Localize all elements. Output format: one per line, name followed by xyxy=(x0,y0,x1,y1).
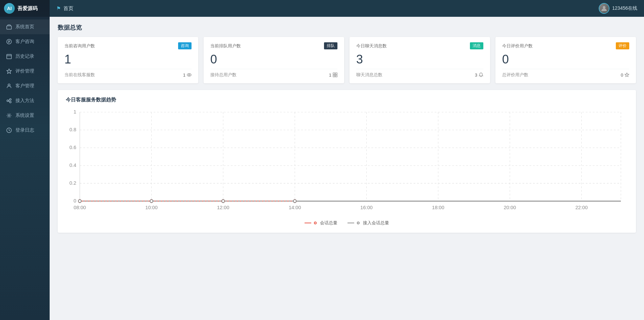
breadcrumb: ⚑ 首页 xyxy=(56,5,73,12)
svg-point-56 xyxy=(293,199,296,202)
avatar-img xyxy=(599,4,609,13)
legend-label-total: 会话总量 xyxy=(320,220,337,226)
stat-footer-value-reviews: 0 xyxy=(621,73,629,78)
svg-point-12 xyxy=(603,6,605,9)
stat-value-consulting: 1 xyxy=(64,53,192,65)
stat-card-reviews: 今日评价用户数 评价 0 总评价用户数 0 xyxy=(495,37,636,83)
svg-text:16:00: 16:00 xyxy=(360,204,373,210)
stat-badge-queue: 排队 xyxy=(324,42,337,49)
stat-label-queue: 当前排队用户数 xyxy=(210,43,241,49)
svg-text:0.8: 0.8 xyxy=(69,127,76,132)
stat-footer-queue: 接待总用户数 1 xyxy=(210,69,337,78)
sidebar-label-login-log: 登录日志 xyxy=(15,127,34,133)
sidebar: AI 吾爱源码 系统首页 客户咨询 xyxy=(0,0,50,320)
star-icon xyxy=(6,68,12,74)
content-area: 数据总览 当前咨询用户数 咨询 1 当前在线客服数 1 xyxy=(50,17,644,320)
stat-card-consulting: 当前咨询用户数 咨询 1 当前在线客服数 1 xyxy=(58,37,198,83)
stat-card-header-messages: 今日聊天消息数 消息 xyxy=(356,42,483,49)
stat-footer-consulting: 当前在线客服数 1 xyxy=(64,69,192,78)
stat-value-messages: 3 xyxy=(356,53,483,65)
sidebar-item-history[interactable]: 历史记录 xyxy=(0,49,50,64)
stat-value-queue: 0 xyxy=(210,53,337,65)
stat-footer-value-queue: 1 xyxy=(329,73,337,78)
stat-card-queue: 当前排队用户数 排队 0 接待总用户数 1 xyxy=(204,37,344,83)
sidebar-item-customer-mgmt[interactable]: 客户管理 xyxy=(0,79,50,93)
stat-card-messages: 今日聊天消息数 消息 3 聊天消息总数 3 xyxy=(350,37,490,83)
breadcrumb-icon: ⚑ xyxy=(56,5,61,11)
avatar xyxy=(599,3,609,14)
svg-text:20:00: 20:00 xyxy=(504,204,516,210)
svg-text:0: 0 xyxy=(73,198,76,203)
topbar: ⚑ 首页 123456在线 xyxy=(50,0,644,17)
legend-label-access: 接入会话总量 xyxy=(363,220,389,226)
stat-footer-reviews: 总评价用户数 0 xyxy=(502,69,629,78)
legend-dot-red xyxy=(314,222,317,224)
svg-rect-0 xyxy=(7,26,11,29)
home-icon xyxy=(6,24,12,30)
stat-label-consulting: 当前咨询用户数 xyxy=(64,43,95,49)
svg-marker-19 xyxy=(625,73,629,77)
svg-point-14 xyxy=(189,74,190,76)
bell-icon xyxy=(479,73,483,77)
sidebar-item-system-settings[interactable]: 系统设置 xyxy=(0,108,50,123)
stat-label-reviews: 今日评价用户数 xyxy=(502,43,533,49)
sidebar-item-review[interactable]: 评价管理 xyxy=(0,64,50,79)
stat-footer-label-queue: 接待总用户数 xyxy=(210,72,236,78)
sidebar-label-system-home: 系统首页 xyxy=(15,24,34,30)
sidebar-item-login-log[interactable]: 登录日志 xyxy=(0,123,50,138)
sidebar-label-customer-service: 客户咨询 xyxy=(15,39,34,45)
stat-badge-messages: 消息 xyxy=(470,42,483,49)
sidebar-label-system-settings: 系统设置 xyxy=(15,112,34,119)
svg-point-10 xyxy=(8,115,10,117)
svg-rect-17 xyxy=(333,75,335,77)
svg-point-13 xyxy=(187,74,191,76)
stat-footer-value-messages: 3 xyxy=(475,73,483,78)
chart-title: 今日客服服务数据趋势 xyxy=(66,97,628,103)
stat-label-messages: 今日聊天消息数 xyxy=(356,43,387,49)
link-icon xyxy=(6,98,12,104)
stat-footer-label-consulting: 当前在线客服数 xyxy=(64,72,95,78)
person-icon xyxy=(6,83,12,89)
svg-point-53 xyxy=(78,199,81,202)
username-label: 123456在线 xyxy=(612,5,637,11)
sidebar-logo: AI 吾爱源码 xyxy=(0,0,50,17)
svg-line-8 xyxy=(8,100,10,100)
legend-item-access: 接入会话总量 xyxy=(347,220,389,226)
logo-initials: AI xyxy=(7,6,12,11)
chart-legend: 会话总量 接入会话总量 xyxy=(66,220,628,226)
sidebar-label-access-method: 接入方法 xyxy=(15,98,34,104)
svg-rect-18 xyxy=(335,75,337,77)
clock-icon xyxy=(6,127,12,133)
eye-icon xyxy=(187,73,192,77)
svg-point-54 xyxy=(150,199,153,202)
svg-rect-2 xyxy=(7,54,11,59)
svg-text:14:00: 14:00 xyxy=(289,204,301,210)
logo-avatar: AI xyxy=(4,3,15,14)
svg-text:18:00: 18:00 xyxy=(432,204,444,210)
svg-line-9 xyxy=(8,101,10,102)
data-overview-section: 数据总览 当前咨询用户数 咨询 1 当前在线客服数 1 xyxy=(58,24,636,83)
calendar-icon xyxy=(6,53,12,59)
topbar-right: 123456在线 xyxy=(599,3,637,14)
sidebar-item-access-method[interactable]: 接入方法 xyxy=(0,93,50,108)
star-small-icon xyxy=(625,73,629,77)
svg-text:12:00: 12:00 xyxy=(217,204,229,210)
svg-rect-15 xyxy=(333,73,335,75)
svg-text:10:00: 10:00 xyxy=(145,204,158,210)
svg-text:1: 1 xyxy=(73,109,76,115)
legend-line-red xyxy=(305,223,311,223)
sidebar-menu: 系统首页 客户咨询 历史记录 xyxy=(0,17,50,320)
stat-footer-value-consulting: 1 xyxy=(183,73,192,78)
legend-line-gray xyxy=(347,223,354,223)
logo-text: 吾爱源码 xyxy=(17,5,38,12)
stat-value-reviews: 0 xyxy=(502,53,629,65)
sidebar-item-system-home[interactable]: 系统首页 xyxy=(0,19,50,34)
data-overview-title: 数据总览 xyxy=(58,24,636,32)
sidebar-label-customer-mgmt: 客户管理 xyxy=(15,83,34,89)
svg-text:0.4: 0.4 xyxy=(69,162,76,168)
svg-marker-3 xyxy=(7,69,11,74)
svg-text:22:00: 22:00 xyxy=(575,204,588,210)
stat-card-header-queue: 当前排队用户数 排队 xyxy=(210,42,337,49)
sidebar-item-customer-service[interactable]: 客户咨询 xyxy=(0,34,50,49)
legend-dot-gray xyxy=(357,222,360,224)
